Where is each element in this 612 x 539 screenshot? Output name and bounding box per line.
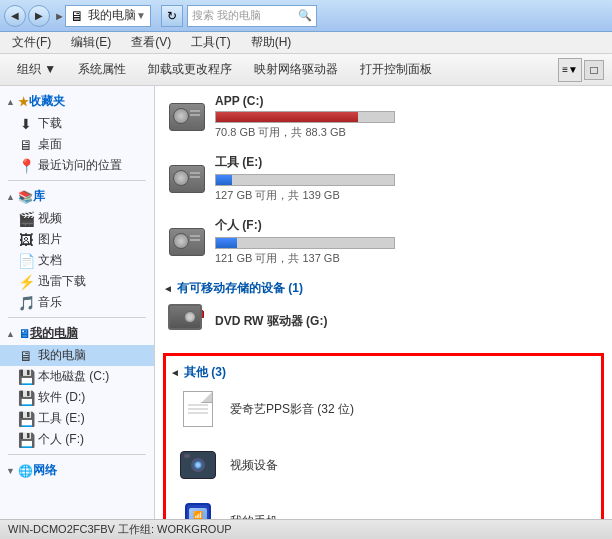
content-area: APP (C:) 70.8 GB 可用，共 88.3 GB 工具 (E:) [155,86,612,519]
search-icon[interactable]: 🔍 [298,9,312,22]
camera-item[interactable]: 视频设备 [170,439,597,491]
pps-label: 爱奇艺PPS影音 (32 位) [230,401,354,418]
other-arrow: ◄ [170,367,180,378]
f-drive-fill [216,238,237,248]
menu-help[interactable]: 帮助(H) [247,32,296,53]
sidebar-item-pictures[interactable]: 🖼 图片 [0,229,154,250]
menu-view[interactable]: 查看(V) [127,32,175,53]
address-text: 我的电脑 [88,7,136,24]
thunder-icon: ⚡ [18,274,34,290]
c-drive-progress [215,111,395,123]
pps-icon [178,389,218,429]
drive-item-c[interactable]: APP (C:) 70.8 GB 可用，共 88.3 GB [163,90,604,144]
download-icon: ⬇ [18,116,34,132]
menu-file[interactable]: 文件(F) [8,32,55,53]
status-text: WIN-DCMO2FC3FBV 工作组: WORKGROUP [8,522,232,537]
sidebar-network-header[interactable]: ▼ 🌐 网络 [0,459,154,482]
pictures-icon: 🖼 [18,232,34,248]
desktop-icon: 🖥 [18,137,34,153]
drive-item-f[interactable]: 个人 (F:) 121 GB 可用，共 137 GB [163,213,604,270]
sidebar-item-download[interactable]: ⬇ 下载 [0,113,154,134]
e-drive-icon: 💾 [18,411,34,427]
toolbar: 组织 ▼ 系统属性 卸载或更改程序 映射网络驱动器 打开控制面板 ≡▼ □ [0,54,612,86]
sidebar-item-f-drive[interactable]: 💾 个人 (F:) [0,429,154,450]
phone-label: 我的手机 [230,513,278,520]
menu-tools[interactable]: 工具(T) [187,32,234,53]
sidebar-item-video[interactable]: 🎬 视频 [0,208,154,229]
address-arrow: ▼ [136,10,146,21]
sidebar-item-music[interactable]: 🎵 音乐 [0,292,154,313]
highlight-box: ◄ 其他 (3) 爱奇艺PPS影音 (32 位) [163,353,604,519]
e-drive-progress [215,174,395,186]
forward-button[interactable]: ▶ [28,5,50,27]
toolbar-control-panel[interactable]: 打开控制面板 [351,57,441,83]
f-drive-name: 个人 (F:) [215,217,600,234]
sidebar-computer-section: ▲ 🖥 我的电脑 🖥 我的电脑 💾 本地磁盘 (C:) 💾 软件 (D:) 💾 … [0,322,154,450]
c-drive-name: APP (C:) [215,94,600,108]
camera-label: 视频设备 [230,457,278,474]
f-drive-info: 个人 (F:) 121 GB 可用，共 137 GB [215,217,600,266]
main-area: ▲ ★ 收藏夹 ⬇ 下载 🖥 桌面 📍 最近访问的位置 ▲ 📚 [0,86,612,519]
drive-item-e[interactable]: 工具 (E:) 127 GB 可用，共 139 GB [163,150,604,207]
menu-edit[interactable]: 编辑(E) [67,32,115,53]
phone-item[interactable]: 📶 我的手机 [170,495,597,519]
e-drive-name: 工具 (E:) [215,154,600,171]
sidebar-item-desktop[interactable]: 🖥 桌面 [0,134,154,155]
toolbar-organize[interactable]: 组织 ▼ [8,57,65,83]
f-drive-icon: 💾 [18,432,34,448]
sidebar-item-c-drive[interactable]: 💾 本地磁盘 (C:) [0,366,154,387]
sidebar-item-d-drive[interactable]: 💾 软件 (D:) [0,387,154,408]
sidebar-divider-1 [8,180,146,181]
e-drive-size: 127 GB 可用，共 139 GB [215,188,600,203]
sidebar-divider-3 [8,454,146,455]
sidebar-library-header[interactable]: ▲ 📚 库 [0,185,154,208]
other-section-wrapper: ◄ 其他 (3) 爱奇艺PPS影音 (32 位) [163,353,604,519]
other-section-header[interactable]: ◄ 其他 (3) [170,360,597,383]
toolbar-system-props[interactable]: 系统属性 [69,57,135,83]
refresh-button[interactable]: ↻ [161,5,183,27]
sidebar-item-documents[interactable]: 📄 文档 [0,250,154,271]
toolbar-map-drive[interactable]: 映射网络驱动器 [245,57,347,83]
c-drive-size: 70.8 GB 可用，共 88.3 GB [215,125,600,140]
sidebar-computer-header[interactable]: ▲ 🖥 我的电脑 [0,322,154,345]
toolbar-uninstall[interactable]: 卸载或更改程序 [139,57,241,83]
c-drive-info: APP (C:) 70.8 GB 可用，共 88.3 GB [215,94,600,140]
recent-icon: 📍 [18,158,34,174]
dvd-icon: DVD [167,303,207,343]
music-icon: 🎵 [18,295,34,311]
favorites-arrow: ▲ [6,97,15,107]
sidebar-item-e-drive[interactable]: 💾 工具 (E:) [0,408,154,429]
nav-buttons: ◀ ▶ [4,5,50,27]
pps-item[interactable]: 爱奇艺PPS影音 (32 位) [170,383,597,435]
sidebar-favorites-section: ▲ ★ 收藏夹 ⬇ 下载 🖥 桌面 📍 最近访问的位置 [0,90,154,176]
c-drive-icon: 💾 [18,369,34,385]
dvd-drive-name: DVD RW 驱动器 (G:) [215,313,600,330]
search-bar[interactable]: 搜索 我的电脑 🔍 [187,5,317,27]
search-placeholder: 搜索 我的电脑 [192,8,298,23]
sidebar-network-section: ▼ 🌐 网络 [0,459,154,482]
f-drive-hdd-icon [167,222,207,262]
camera-icon [178,445,218,485]
sidebar-item-thunder[interactable]: ⚡ 迅雷下载 [0,271,154,292]
sidebar: ▲ ★ 收藏夹 ⬇ 下载 🖥 桌面 📍 最近访问的位置 ▲ 📚 [0,86,155,519]
minimize-pane-btn[interactable]: □ [584,60,604,80]
f-drive-size: 121 GB 可用，共 137 GB [215,251,600,266]
view-toggle-btn[interactable]: ≡▼ [558,58,582,82]
phone-icon: 📶 [178,501,218,519]
address-bar[interactable]: 🖥 我的电脑 ▼ [65,5,151,27]
title-bar: ◀ ▶ ► 🖥 我的电脑 ▼ ↻ 搜索 我的电脑 🔍 [0,0,612,32]
sidebar-favorites-header[interactable]: ▲ ★ 收藏夹 [0,90,154,113]
dvd-drive-item[interactable]: DVD DVD RW 驱动器 (G:) [163,299,604,347]
c-drive-hdd-icon [167,97,207,137]
removable-arrow: ◄ [163,283,173,294]
library-arrow: ▲ [6,192,15,202]
e-drive-fill [216,175,232,185]
dvd-drive-info: DVD RW 驱动器 (G:) [215,313,600,333]
back-button[interactable]: ◀ [4,5,26,27]
sidebar-item-my-computer[interactable]: 🖥 我的电脑 [0,345,154,366]
menu-bar: 文件(F) 编辑(E) 查看(V) 工具(T) 帮助(H) [0,32,612,54]
removable-section-header[interactable]: ◄ 有可移动存储的设备 (1) [163,276,604,299]
sidebar-divider-2 [8,317,146,318]
d-drive-icon: 💾 [18,390,34,406]
sidebar-item-recent[interactable]: 📍 最近访问的位置 [0,155,154,176]
